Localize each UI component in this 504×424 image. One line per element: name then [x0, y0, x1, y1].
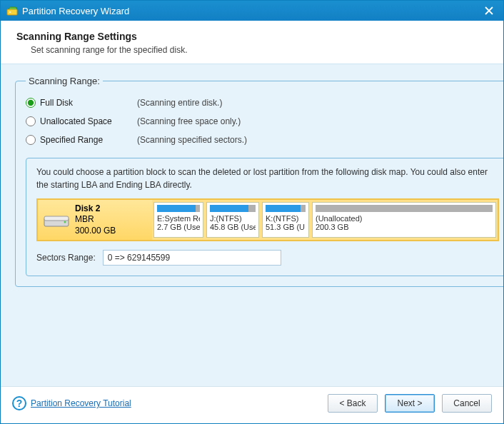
back-button[interactable]: < Back	[328, 394, 378, 413]
content-area: Scanning Range: Full Disk (Scanning enti…	[1, 64, 503, 386]
radio-desc-specified: (Scanning specified sectors.)	[137, 135, 247, 145]
svg-point-1	[9, 11, 11, 13]
partition-sub: 200.3 GB	[316, 223, 493, 231]
partition-label: J:(NTFS)	[210, 214, 256, 223]
partition-sub: 51.3 GB (U	[266, 223, 306, 231]
app-icon	[6, 5, 18, 16]
close-button[interactable]	[480, 4, 498, 18]
sectors-input[interactable]	[103, 250, 281, 266]
partition-bar	[157, 205, 200, 212]
radio-label-unallocated[interactable]: Unallocated Space	[40, 116, 133, 126]
disk-map: Disk 2 MBR 300.00 GB E:System Re2.7 GB (…	[36, 198, 499, 241]
radio-unallocated[interactable]	[26, 116, 36, 126]
partition-bar	[210, 205, 256, 212]
map-note: You could choose a partition block to sc…	[36, 166, 499, 191]
disk-type: MBR	[75, 214, 116, 226]
title-bar: Partition Recovery Wizard	[1, 1, 503, 21]
disk-map-box: You could choose a partition block to sc…	[26, 158, 504, 276]
cancel-button[interactable]: Cancel	[442, 394, 492, 413]
hdd-icon	[44, 212, 69, 228]
sectors-label: Sectors Range:	[36, 253, 96, 263]
fieldset-legend: Scanning Range:	[26, 76, 103, 86]
svg-point-4	[64, 221, 66, 223]
page-header: Scanning Range Settings Set scanning ran…	[1, 21, 503, 64]
partition-block-3[interactable]: (Unallocated)200.3 GB	[312, 202, 496, 238]
radio-desc-full-disk: (Scanning entire disk.)	[137, 98, 222, 108]
partition-block-1[interactable]: J:(NTFS)45.8 GB (Use	[206, 202, 259, 238]
svg-rect-3	[44, 216, 69, 221]
window-title: Partition Recovery Wizard	[22, 6, 480, 16]
partition-block-0[interactable]: E:System Re2.7 GB (Used	[153, 202, 203, 238]
radio-label-specified[interactable]: Specified Range	[40, 135, 133, 145]
radio-label-full-disk[interactable]: Full Disk	[40, 98, 133, 108]
radio-full-disk[interactable]	[26, 98, 36, 108]
partition-block-2[interactable]: K:(NTFS)51.3 GB (U	[262, 202, 309, 238]
partition-sub: 2.7 GB (Used	[157, 223, 200, 231]
radio-row-full-disk: Full Disk (Scanning entire disk.)	[26, 94, 504, 112]
help-icon[interactable]: ?	[12, 396, 26, 410]
page-subtitle: Set scanning range for the specified dis…	[31, 45, 488, 55]
scanning-range-fieldset: Scanning Range: Full Disk (Scanning enti…	[15, 76, 504, 287]
partition-label: (Unallocated)	[316, 214, 493, 223]
disk-name: Disk 2	[75, 203, 116, 215]
sectors-row: Sectors Range:	[36, 250, 499, 266]
radio-row-specified: Specified Range (Scanning specified sect…	[26, 131, 504, 149]
disk-header[interactable]: Disk 2 MBR 300.00 GB	[38, 200, 152, 240]
help-area: ? Partition Recovery Tutorial	[12, 396, 131, 410]
partition-bar	[266, 205, 306, 212]
radio-desc-unallocated: (Scanning free space only.)	[137, 116, 241, 126]
partition-label: E:System Re	[157, 214, 200, 223]
svg-rect-0	[7, 9, 17, 15]
radio-row-unallocated: Unallocated Space (Scanning free space o…	[26, 112, 504, 131]
page-title: Scanning Range Settings	[16, 31, 488, 42]
tutorial-link[interactable]: Partition Recovery Tutorial	[31, 398, 131, 408]
next-button[interactable]: Next >	[385, 394, 435, 413]
disk-size: 300.00 GB	[75, 226, 116, 237]
close-icon	[485, 6, 493, 15]
partition-label: K:(NTFS)	[266, 214, 306, 223]
partition-sub: 45.8 GB (Use	[210, 223, 256, 231]
partition-bar	[316, 205, 493, 212]
footer-bar: ? Partition Recovery Tutorial < Back Nex…	[1, 386, 503, 420]
radio-specified[interactable]	[26, 135, 36, 145]
